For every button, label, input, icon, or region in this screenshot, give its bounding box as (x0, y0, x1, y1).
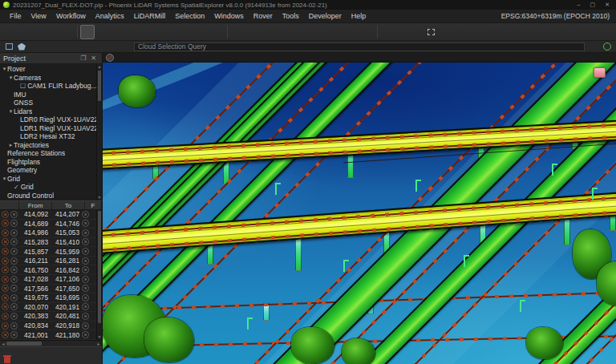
rect-select-icon[interactable] (2, 42, 15, 52)
tree-item[interactable]: ▾ Lidars (0, 107, 102, 116)
disable-range-icon[interactable]: ✕ (2, 266, 9, 273)
tree-scroll-thumb[interactable] (98, 71, 101, 101)
tree-item[interactable]: Flightplans (0, 158, 102, 167)
checkbox-icon[interactable]: ✓ (14, 184, 19, 191)
range-row[interactable]: ✕ « 420,383 420,481 » (0, 312, 102, 322)
export-document-icon[interactable] (360, 25, 375, 39)
save-as-icon[interactable] (31, 25, 46, 39)
filter-icon[interactable] (380, 25, 395, 39)
tree-item[interactable]: ▸ Trajectories (0, 141, 102, 150)
cloud-add-icon[interactable] (274, 25, 288, 39)
range-row[interactable]: ✕ « 414,986 415,053 » (0, 229, 102, 238)
jump-end-icon[interactable]: » (82, 211, 89, 218)
range-row[interactable]: ✕ « 414,092 414,207 » (0, 210, 102, 220)
camera-image-marker[interactable] (594, 67, 606, 78)
jump-start-icon[interactable]: « (10, 248, 18, 255)
view-cube-icon[interactable] (95, 25, 109, 39)
horizontal-scrollbar[interactable]: ◄ ► (0, 340, 102, 346)
viewport-add-icon[interactable] (576, 53, 587, 62)
jump-end-icon[interactable]: » (82, 322, 89, 330)
jump-start-icon[interactable]: « (10, 322, 18, 330)
add-widget-icon[interactable] (395, 25, 409, 39)
jump-start-icon[interactable]: « (10, 276, 18, 283)
add-entry-icon[interactable] (79, 347, 91, 357)
expander-icon[interactable]: ▾ (8, 75, 14, 81)
jump-end-icon[interactable]: » (82, 294, 89, 301)
menu-item-view[interactable]: View (26, 11, 51, 21)
measure-icon[interactable] (409, 25, 424, 39)
toggle-visibility-icon[interactable] (118, 42, 131, 52)
swap-selection-icon[interactable] (79, 42, 92, 52)
close-panel-icon[interactable]: ✕ (88, 55, 99, 62)
move-axes-icon[interactable] (550, 53, 561, 62)
jump-end-icon[interactable]: » (82, 313, 89, 320)
point-cloud-canvas[interactable] (103, 63, 616, 364)
lighting-icon[interactable] (196, 25, 210, 39)
jump-start-icon[interactable]: « (10, 229, 18, 237)
delete-entry-button[interactable] (4, 357, 10, 363)
jump-start-icon[interactable]: « (10, 313, 18, 320)
scroll-left-icon[interactable]: ◄ (0, 341, 6, 347)
copy-entry-icon[interactable] (66, 347, 78, 357)
disable-range-icon[interactable]: ✕ (2, 220, 9, 227)
time-range-icon[interactable] (40, 347, 52, 357)
jump-end-icon[interactable]: » (82, 248, 89, 255)
jump-start-icon[interactable]: « (10, 211, 18, 218)
tree-item[interactable]: IMU (0, 91, 102, 99)
open-project-icon[interactable] (2, 25, 17, 39)
jump-start-icon[interactable]: « (10, 285, 18, 292)
viewport-orange-icon[interactable] (602, 53, 613, 62)
tree-item[interactable]: LDR1 Riegl VUX-1UAV22 (0, 124, 102, 133)
nav-cube-icon[interactable] (563, 53, 574, 62)
orbit-tool-icon[interactable] (80, 25, 95, 39)
menu-item-analytics[interactable]: Analytics (91, 11, 129, 21)
tree-item[interactable]: ▾ Cameras (0, 74, 102, 83)
edit-entry-icon[interactable] (53, 347, 65, 357)
range-row[interactable]: ✕ « 421,001 421,180 » (0, 330, 102, 340)
rotate-view-icon[interactable] (138, 25, 152, 39)
globe-view-icon[interactable] (181, 25, 196, 39)
tree-item[interactable]: Ground Control (0, 192, 102, 200)
gimbal-antenna-icon[interactable] (331, 25, 346, 39)
minimize-button[interactable]: – (578, 2, 581, 8)
range-row[interactable]: ✕ « 420,834 420,918 » (0, 322, 102, 331)
tree-scroll-up-icon[interactable]: ▲ (97, 64, 102, 70)
laser-scan-icon[interactable] (288, 25, 302, 39)
zoom-out-icon[interactable] (124, 25, 138, 39)
camera-orbit-icon[interactable] (302, 25, 317, 39)
disable-range-icon[interactable]: ✕ (2, 313, 9, 320)
disable-range-icon[interactable]: ✕ (2, 211, 9, 218)
checkbox-icon[interactable]: ☐ (20, 83, 26, 90)
disable-range-icon[interactable]: ✕ (2, 238, 9, 245)
range-row[interactable]: ✕ « 417,028 417,106 » (0, 275, 102, 285)
range-row[interactable]: ✕ « 420,070 420,191 » (0, 303, 102, 313)
polygon-select-icon[interactable] (15, 42, 28, 52)
apply-query-icon[interactable] (601, 42, 614, 52)
scroll-right-icon[interactable]: ► (95, 341, 102, 347)
expander-icon[interactable]: ▾ (8, 108, 14, 115)
extend-left-icon[interactable] (54, 42, 67, 52)
tree-item[interactable]: ☐ CAM1 FLIR Ladybug... (0, 82, 102, 91)
tree-scroll-down-icon[interactable]: ▼ (97, 195, 102, 200)
menu-item-lidarmill[interactable]: LiDARMill (129, 11, 171, 21)
tree-scrollbar[interactable]: ▲ ▼ (96, 64, 102, 200)
jump-start-icon[interactable]: « (10, 331, 18, 338)
colorize-cloud-icon[interactable] (317, 25, 331, 39)
trajectory-list-icon[interactable] (245, 25, 259, 39)
range-row[interactable]: ✕ « 416,750 416,842 » (0, 265, 102, 275)
float-panel-icon[interactable]: ❐ (78, 55, 88, 62)
tree-item[interactable]: ▾ Rover (0, 65, 102, 74)
hatch-selection-icon[interactable] (92, 42, 105, 52)
tree-item[interactable]: LDR2 Hesai XT32 (0, 132, 102, 141)
range-row[interactable]: ✕ « 417,566 417,650 » (0, 285, 102, 294)
disable-range-icon[interactable]: ✕ (2, 331, 9, 338)
hscroll-thumb[interactable] (6, 342, 42, 346)
tree-item[interactable]: Geometry (0, 166, 102, 175)
cube-crosshair-icon[interactable] (210, 25, 225, 39)
range-row[interactable]: ✕ « 419,675 419,695 » (0, 293, 102, 303)
disable-range-icon[interactable]: ✕ (2, 322, 9, 330)
jump-end-icon[interactable]: » (82, 229, 89, 237)
jump-end-icon[interactable]: » (82, 220, 89, 227)
disable-range-icon[interactable]: ✕ (2, 248, 9, 255)
table-scrollbar[interactable]: ▼ (96, 210, 102, 340)
